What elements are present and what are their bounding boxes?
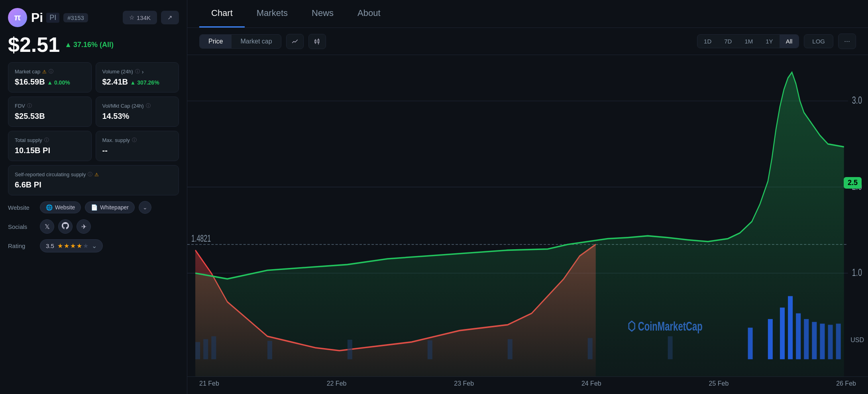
price-change-value: 37.16% (All) xyxy=(73,41,114,49)
chevron-down-icon: ⌄ xyxy=(143,204,147,211)
coin-name: Pi xyxy=(31,10,43,25)
current-price-bubble: 2.5 xyxy=(844,177,862,189)
time-1d-button[interactable]: 1D xyxy=(697,35,718,48)
fdv-card: FDV ⓘ $25.53B xyxy=(8,97,92,127)
stats-grid: Market cap ⚠ ⓘ $16.59B ▲ 0.00% Volume (2… xyxy=(8,62,179,195)
x-axis-label-0: 21 Feb xyxy=(199,380,219,394)
svg-rect-14 xyxy=(195,342,200,359)
website-row: Website 🌐 Website 📄 Whitepaper ⌄ xyxy=(8,201,179,214)
max-supply-value: -- xyxy=(102,146,173,155)
github-icon xyxy=(62,222,69,231)
x-axis-label-4: 25 Feb xyxy=(709,380,729,394)
top-nav: Chart Markets News About xyxy=(187,0,868,28)
price-display: $2.51 ▲ 37.16% (All) xyxy=(8,33,179,57)
socials-label: Socials xyxy=(8,223,36,230)
tab-news[interactable]: News xyxy=(300,0,346,28)
market-cap-button[interactable]: Market cap xyxy=(232,35,281,48)
watchlist-button[interactable]: ☆ 134K xyxy=(123,11,157,24)
vol-mkt-card: Vol/Mkt Cap (24h) ⓘ 14.53% xyxy=(96,97,179,127)
svg-rect-16 xyxy=(211,336,216,359)
website-button[interactable]: 🌐 Website xyxy=(40,201,81,213)
max-supply-label: Max. supply ⓘ xyxy=(102,137,173,144)
svg-rect-23 xyxy=(748,328,753,359)
svg-text:3.0: 3.0 xyxy=(852,95,862,106)
self-reported-warn-icon: ⚠ xyxy=(94,172,99,177)
svg-rect-29 xyxy=(812,322,817,359)
telegram-button[interactable]: ✈ xyxy=(77,219,91,234)
svg-rect-25 xyxy=(780,307,785,359)
price-type-group: Price Market cap xyxy=(199,34,281,49)
telegram-icon: ✈ xyxy=(81,223,86,230)
line-chart-icon-btn[interactable] xyxy=(286,34,304,49)
more-links-button[interactable]: ⌄ xyxy=(139,201,151,214)
socials-row: Socials 𝕏 ✈ xyxy=(8,219,179,234)
time-1y-button[interactable]: 1Y xyxy=(759,35,779,48)
max-supply-card: Max. supply ⓘ -- xyxy=(96,131,179,161)
svg-rect-3 xyxy=(318,39,319,43)
fdv-label: FDV ⓘ xyxy=(15,102,85,109)
svg-rect-0 xyxy=(315,40,316,43)
up-arrow-icon: ▲ xyxy=(65,41,72,49)
volume-info-icon: ⓘ xyxy=(135,68,140,75)
volume-change: ▲ 307.26% xyxy=(130,79,159,86)
svg-rect-20 xyxy=(508,339,513,359)
twitter-icon: 𝕏 xyxy=(45,223,50,230)
coin-rank: #3153 xyxy=(63,13,88,22)
coin-actions: ☆ 134K ↗ xyxy=(123,11,179,24)
star-3: ★ xyxy=(70,242,76,250)
time-1m-button[interactable]: 1M xyxy=(738,35,759,48)
more-options-button[interactable]: ··· xyxy=(838,33,856,49)
coin-logo: π xyxy=(8,8,27,27)
warning-icon: ⚠ xyxy=(42,69,47,75)
tab-about[interactable]: About xyxy=(346,0,393,28)
chart-area: 3.0 2.0 1.0 1.4821 xyxy=(187,55,868,376)
coin-symbol: PI xyxy=(46,13,59,23)
rating-row: Rating 3.5 ★ ★ ★ ★ ★ ⌄ xyxy=(8,239,179,252)
rating-badge[interactable]: 3.5 ★ ★ ★ ★ ★ ⌄ xyxy=(40,239,103,252)
x-axis-label-1: 22 Feb xyxy=(327,380,347,394)
tab-markets[interactable]: Markets xyxy=(245,0,300,28)
price-button[interactable]: Price xyxy=(200,35,232,48)
whitepaper-button[interactable]: 📄 Whitepaper xyxy=(85,201,135,213)
star-1: ★ xyxy=(57,242,63,250)
svg-rect-17 xyxy=(267,341,272,359)
coin-name-block: Pi PI xyxy=(31,10,59,25)
market-cap-label: Market cap ⚠ ⓘ xyxy=(15,68,85,75)
time-7d-button[interactable]: 7D xyxy=(718,35,738,48)
volume-label: Volume (24h) ⓘ › xyxy=(102,68,173,75)
vol-mkt-value: 14.53% xyxy=(102,112,173,121)
star-4: ★ xyxy=(77,242,82,250)
globe-icon: 🌐 xyxy=(46,204,53,211)
github-button[interactable] xyxy=(58,219,73,234)
x-axis-label-2: 23 Feb xyxy=(454,380,474,394)
volume-more-icon: › xyxy=(142,69,144,75)
log-button[interactable]: LOG xyxy=(804,34,833,48)
total-supply-value: 10.15B PI xyxy=(15,146,85,155)
self-reported-card: Self-reported circulating supply ⓘ ⚠ 6.6… xyxy=(8,165,179,195)
x-axis: 21 Feb 22 Feb 23 Feb 24 Feb 25 Feb 26 Fe… xyxy=(187,376,868,394)
coin-header: π Pi PI #3153 ☆ 134K ↗ xyxy=(8,8,179,27)
price-chart: 3.0 2.0 1.0 1.4821 xyxy=(187,55,868,376)
left-panel: π Pi PI #3153 ☆ 134K ↗ $2.51 ▲ 37.16% (A… xyxy=(0,0,187,394)
volume-value: $2.41B ▲ 307.26% xyxy=(102,77,173,87)
star-5: ★ xyxy=(83,242,88,250)
share-button[interactable]: ↗ xyxy=(161,11,179,24)
price-change: ▲ 37.16% (All) xyxy=(65,41,114,49)
rating-chevron-icon: ⌄ xyxy=(92,242,97,250)
twitter-button[interactable]: 𝕏 xyxy=(40,219,54,234)
total-supply-card: Total supply ⓘ 10.15B PI xyxy=(8,131,92,161)
time-all-button[interactable]: All xyxy=(780,35,799,48)
fdv-info-icon: ⓘ xyxy=(27,102,32,109)
svg-rect-19 xyxy=(428,340,432,359)
market-cap-change: ▲ 0.00% xyxy=(47,79,70,86)
candle-chart-icon-btn[interactable] xyxy=(308,34,326,49)
doc-icon: 📄 xyxy=(91,204,98,211)
tab-chart[interactable]: Chart xyxy=(199,0,245,28)
info-icon: ⓘ xyxy=(49,68,53,75)
self-reported-value: 6.6B PI xyxy=(15,180,172,189)
volume-card: Volume (24h) ⓘ › $2.41B ▲ 307.26% xyxy=(96,62,179,93)
svg-rect-21 xyxy=(588,338,593,359)
total-supply-info-icon: ⓘ xyxy=(44,137,49,144)
svg-text:1.0: 1.0 xyxy=(852,267,862,278)
right-panel: Chart Markets News About Price Market ca… xyxy=(187,0,868,394)
